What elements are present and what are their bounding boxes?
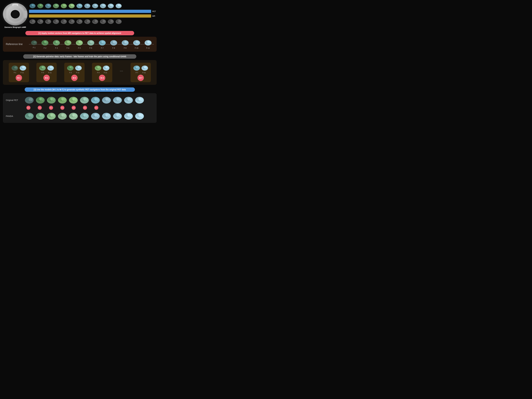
svg-point-176 [50, 98, 53, 100]
ref-brain-f9: F-9 [121, 39, 129, 49]
frame-label-f7: F-7 [101, 47, 104, 49]
svg-point-236 [94, 114, 97, 116]
svg-point-204 [127, 98, 130, 100]
frame-label-f1: F-1 [33, 47, 35, 49]
svg-point-15 [55, 4, 57, 6]
svg-point-145 [69, 66, 71, 68]
top-brain-row [29, 3, 157, 9]
pair-label-late-m3: F-11 [76, 72, 79, 73]
reference-panel: Reference line F-1 F-2 F-3 [3, 37, 157, 52]
pair-label-late-m2: F-11 [48, 72, 52, 73]
model-badge-m4: M-4 [99, 75, 105, 81]
ref-brain-f7: F-7 [98, 39, 106, 49]
pair-brains-m3 [67, 65, 82, 71]
badge-m3b-panda: M-3 [49, 106, 53, 110]
ref-brain-f3: F-3 [52, 39, 60, 49]
ref-brain-f1: F-1 [31, 40, 38, 49]
pair-label-late-m7: F-11 [142, 72, 146, 73]
frame-label-f11: F-11 [146, 47, 150, 49]
svg-point-212 [28, 114, 31, 116]
svg-point-133 [22, 66, 24, 68]
svg-point-43 [110, 4, 112, 6]
svg-point-102 [78, 41, 81, 43]
svg-point-165 [144, 66, 146, 68]
ref-brain-f5: F-5 [75, 39, 83, 49]
badge-m5-panda: M-5 [72, 106, 76, 110]
pair-label-early-m3: F-2 [69, 72, 72, 73]
ref-brain-f8: F-8 [110, 39, 118, 49]
frame-label-f5: F-5 [78, 47, 81, 49]
ref-brain-f10: F-10 [133, 39, 141, 49]
svg-point-7 [39, 4, 41, 6]
pair-card-m3: F-2 F-11 M-3 [64, 63, 85, 82]
pair-labels-m3: F-2 F-11 [69, 72, 79, 73]
svg-point-184 [72, 98, 75, 100]
pair-card-m2: F-3 F-11 M-2 [36, 63, 57, 82]
svg-point-118 [124, 41, 126, 43]
svg-point-141 [50, 66, 52, 68]
pairwise-panel: F-1 F-11 M-1 F-3 F-11 M-2 F-2 [3, 60, 157, 85]
model-badges-row: M-1 M-3 M-3 M-4 M-5 M-6 M-7 [23, 106, 154, 110]
pair-card-m1: F-1 F-11 M-1 [9, 63, 29, 82]
panda-output-row: PANDA [6, 112, 154, 120]
pair-label-early-m2: F-3 [42, 72, 44, 73]
badge-m4-panda: M-4 [60, 106, 64, 110]
pet-bar [29, 10, 151, 13]
mr-label: MR [152, 15, 157, 17]
svg-point-126 [147, 41, 149, 43]
panda-output-brains [24, 112, 154, 120]
svg-point-192 [94, 98, 97, 100]
svg-point-240 [105, 114, 108, 116]
pairs-row: F-1 F-11 M-1 F-3 F-11 M-2 F-2 [6, 63, 154, 82]
svg-point-94 [55, 41, 57, 43]
pet-label: PET [152, 10, 157, 13]
ref-brain-f4: F-4 [64, 39, 72, 49]
scanner-label: Siemens Biograph mMR [4, 26, 26, 28]
pair-label-early-m1: F-1 [14, 72, 16, 73]
model-badge-m1: M-1 [16, 75, 22, 81]
mr-bar-row: MR [29, 14, 157, 18]
ref-brain-f6: F-6 [87, 39, 95, 49]
svg-point-161 [136, 66, 138, 68]
svg-point-106 [90, 41, 92, 43]
pair-label-early-m4: F-4 [97, 72, 100, 73]
ref-brain-f11: F-11 [144, 39, 152, 49]
svg-point-180 [61, 98, 64, 100]
pair-labels-m4: F-4 F-11 [97, 72, 107, 73]
svg-point-228 [72, 114, 75, 116]
mr-bar [29, 14, 151, 18]
panda-label: PANDA [6, 115, 23, 117]
pair-labels-m7: F-7 F-11 [136, 72, 146, 73]
pair-card-m7: F-7 F-11 M-7 [131, 63, 151, 82]
original-pet-label: Original PET [6, 99, 23, 101]
pair-label-early-m7: F-7 [136, 72, 138, 73]
panda-section: Original PET M-1 M-3 M-3 M-4 M-5 M- [6, 96, 154, 120]
svg-point-3 [32, 4, 33, 6]
svg-point-137 [41, 66, 44, 68]
frame-label-f3: F-3 [55, 47, 58, 49]
svg-point-224 [61, 114, 64, 116]
scanner-image: SIEMENS [3, 3, 28, 26]
svg-point-90 [44, 41, 46, 43]
reference-brains-row: F-1 F-2 F-3 F-4 F-5 [29, 39, 154, 49]
pair-labels-m2: F-3 F-11 [42, 72, 52, 73]
frame-label-f9: F-9 [124, 47, 127, 49]
pair-brains-m2 [39, 65, 54, 71]
svg-point-122 [135, 41, 138, 43]
svg-point-196 [105, 98, 108, 100]
pair-brains-m4 [94, 65, 110, 71]
svg-point-220 [50, 114, 53, 116]
badge-m7-panda: M-7 [94, 106, 98, 110]
svg-point-153 [97, 66, 99, 68]
dots-separator: ··· [120, 63, 123, 73]
svg-point-157 [105, 66, 107, 68]
ref-brain-f2: F-2 [41, 39, 49, 49]
svg-point-35 [94, 4, 96, 6]
pair-brains-m1 [11, 65, 27, 71]
pet-bar-row: PET [29, 10, 157, 13]
svg-point-110 [101, 41, 103, 43]
frame-label-f8: F-8 [112, 47, 115, 49]
frame-label-f4: F-4 [67, 47, 69, 49]
original-pet-brains [24, 96, 154, 104]
svg-point-188 [83, 98, 86, 100]
